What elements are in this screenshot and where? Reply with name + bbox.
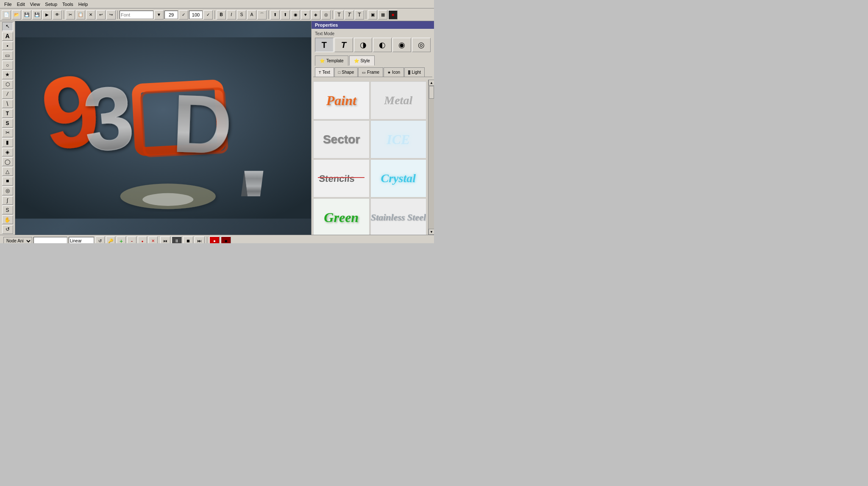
render-button[interactable]: ▶ bbox=[42, 10, 52, 19]
subtab-frame[interactable]: ▭ Frame bbox=[358, 67, 383, 77]
square-tool[interactable]: ■ bbox=[2, 177, 13, 186]
roundrect-tool[interactable]: ▭ bbox=[2, 51, 13, 60]
style-stencils-cell[interactable]: Stencils bbox=[313, 159, 370, 197]
pen-tool[interactable]: \ bbox=[2, 100, 13, 108]
zoom-spin[interactable]: ✓ bbox=[203, 10, 213, 19]
mode-btn-1[interactable]: T bbox=[315, 38, 334, 52]
tool4[interactable]: ♥ bbox=[301, 10, 310, 19]
s-tool[interactable]: S bbox=[2, 206, 13, 214]
mode-btn-5[interactable]: ◉ bbox=[392, 38, 411, 52]
img-tool1[interactable]: ▣ bbox=[368, 10, 377, 19]
wave-button[interactable]: ⌒ bbox=[257, 10, 267, 19]
tl-add[interactable]: + bbox=[117, 236, 126, 244]
cut-button[interactable]: ✂ bbox=[66, 10, 75, 19]
play-btn[interactable]: ⏸ bbox=[172, 236, 182, 244]
menu-view[interactable]: View bbox=[28, 1, 43, 7]
record-btn[interactable]: ● bbox=[209, 236, 220, 244]
scroll-up-btn[interactable]: ▲ bbox=[428, 80, 434, 86]
font-selector[interactable] bbox=[120, 11, 153, 19]
style-scrollbar[interactable]: ▲ ▼ bbox=[428, 80, 434, 235]
style-green-cell[interactable]: Green bbox=[313, 198, 370, 235]
tool1[interactable]: ⬆ bbox=[270, 10, 280, 19]
menu-tools[interactable]: Tools bbox=[60, 1, 76, 7]
tl-key[interactable]: 🔑 bbox=[106, 236, 115, 244]
wave-tool[interactable]: ∫ bbox=[2, 196, 13, 205]
font-dropdown[interactable]: ▼ bbox=[154, 10, 164, 19]
tool5[interactable]: ◈ bbox=[311, 10, 320, 19]
menu-help[interactable]: Help bbox=[76, 1, 91, 7]
subtab-icon[interactable]: ★ Icon bbox=[384, 67, 404, 77]
style-metal-cell[interactable]: Metal bbox=[370, 81, 427, 119]
rotate-tool[interactable]: ↺ bbox=[2, 225, 13, 234]
tl-remove[interactable]: - bbox=[127, 236, 136, 244]
style-stainless-cell[interactable]: Stainless Steel bbox=[370, 198, 427, 235]
scroll-down-btn[interactable]: ▼ bbox=[428, 229, 434, 235]
tl-refresh[interactable]: ↺ bbox=[95, 236, 105, 244]
subtab-light[interactable]: ■ Light bbox=[404, 67, 425, 77]
canvas-viewport[interactable]: 9 3 3 D bbox=[15, 21, 311, 235]
end-btn[interactable]: ■ bbox=[221, 236, 231, 244]
tl-delete[interactable]: ✕ bbox=[148, 236, 158, 244]
save-button[interactable]: 💾 bbox=[22, 10, 31, 19]
redo-button[interactable]: ↪ bbox=[106, 10, 116, 19]
tool2[interactable]: ⬆ bbox=[281, 10, 290, 19]
tool6[interactable]: ◎ bbox=[321, 10, 331, 19]
menu-file[interactable]: File bbox=[2, 1, 14, 7]
star-tool[interactable]: ★ bbox=[2, 70, 13, 79]
select-tool[interactable]: ↖ bbox=[2, 22, 13, 31]
stop-btn[interactable]: ⏹ bbox=[183, 236, 193, 244]
undo-button[interactable]: ↩ bbox=[96, 10, 106, 19]
color-tool[interactable]: ■ bbox=[388, 10, 398, 19]
polygon-tool[interactable]: ⬡ bbox=[2, 80, 13, 89]
animation-name-input[interactable] bbox=[33, 237, 67, 244]
text-tool1[interactable]: T bbox=[334, 10, 344, 19]
preview-button[interactable]: 👁 bbox=[53, 10, 62, 19]
text-tool[interactable]: A bbox=[2, 32, 13, 41]
italic-button[interactable]: I bbox=[227, 10, 236, 19]
font-size-input[interactable] bbox=[164, 11, 178, 19]
move-tool[interactable]: ✋ bbox=[2, 215, 13, 224]
circle-tool[interactable]: ◯ bbox=[2, 157, 13, 166]
subtab-shape[interactable]: □ Shape bbox=[334, 67, 358, 77]
zoom-input[interactable] bbox=[189, 11, 203, 19]
style-paint-cell[interactable]: Paint bbox=[313, 81, 370, 119]
tab-template[interactable]: ⭐ Template bbox=[315, 56, 348, 66]
style-ice-cell[interactable]: ICE bbox=[370, 120, 427, 158]
menu-setup[interactable]: Setup bbox=[42, 1, 60, 7]
text3-tool[interactable]: S bbox=[2, 119, 13, 128]
play-end-btn[interactable]: ⏭ bbox=[195, 236, 205, 244]
align-button[interactable]: A bbox=[247, 10, 256, 19]
mode-btn-4[interactable]: ◐ bbox=[373, 38, 392, 52]
text-tool3[interactable]: T bbox=[355, 10, 364, 19]
mode-btn-2[interactable]: T bbox=[334, 38, 353, 52]
ellipse-tool[interactable]: ○ bbox=[2, 61, 13, 69]
img-tool2[interactable]: ▦ bbox=[378, 10, 387, 19]
line-tool[interactable]: / bbox=[2, 90, 13, 99]
scroll-thumb[interactable] bbox=[429, 86, 434, 99]
scissors-tool[interactable]: ✂ bbox=[2, 128, 13, 137]
open-button[interactable]: 📂 bbox=[12, 10, 21, 19]
tab-style[interactable]: ⭐ Style bbox=[349, 56, 375, 66]
tool3[interactable]: ◉ bbox=[291, 10, 300, 19]
copy-button[interactable]: 📋 bbox=[76, 10, 85, 19]
triangle-tool[interactable]: △ bbox=[2, 167, 13, 176]
shape-tool[interactable]: ◈ bbox=[2, 148, 13, 157]
mode-btn-3[interactable]: ◑ bbox=[354, 38, 373, 52]
new-button[interactable]: 📄 bbox=[2, 10, 11, 19]
interpolation-select[interactable] bbox=[69, 237, 94, 244]
delete-button[interactable]: ✕ bbox=[86, 10, 95, 19]
style-sector-cell[interactable]: Sector bbox=[313, 120, 370, 158]
save-as-button[interactable]: 💾 bbox=[32, 10, 42, 19]
menu-edit[interactable]: Edit bbox=[14, 1, 28, 7]
fill-tool[interactable]: ▮ bbox=[2, 138, 13, 147]
text-tool2[interactable]: T bbox=[345, 10, 354, 19]
tl-key2[interactable]: ⬥ bbox=[138, 236, 147, 244]
node-ani-select[interactable]: Node Ani bbox=[3, 237, 32, 244]
rect-tool[interactable]: ▪ bbox=[2, 42, 13, 50]
text2-tool[interactable]: T bbox=[2, 109, 13, 118]
strike-button[interactable]: S bbox=[237, 10, 246, 19]
ring-tool[interactable]: ◎ bbox=[2, 186, 13, 195]
font-size-spin[interactable]: ✓ bbox=[179, 10, 188, 19]
subtab-text[interactable]: T Text bbox=[315, 67, 334, 77]
style-crystal-cell[interactable]: Crystal bbox=[370, 159, 427, 197]
